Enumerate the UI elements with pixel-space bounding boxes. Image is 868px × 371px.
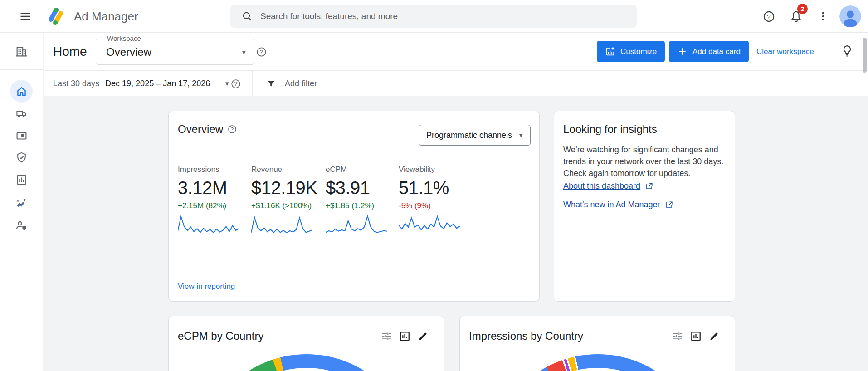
metric-delta: +$1.16K (>100%)	[251, 201, 324, 211]
search-input[interactable]	[260, 11, 605, 21]
avatar-icon	[839, 5, 861, 27]
chevron-down-icon: ▼	[241, 39, 247, 65]
metric-label: Impressions	[178, 165, 250, 175]
channel-selector-dropdown[interactable]: Programmatic channels ▼	[419, 125, 531, 146]
sidebar-item-home[interactable]	[10, 80, 33, 103]
card-actions	[671, 330, 720, 342]
svg-text:?: ?	[231, 127, 234, 132]
svg-text:?: ?	[260, 49, 263, 55]
lightbulb-icon	[840, 44, 854, 58]
impressions-by-country-title: Impressions by Country	[469, 330, 583, 342]
metric-value: 51.1%	[399, 176, 471, 199]
chart-icon	[690, 330, 702, 342]
card-actions	[380, 330, 429, 342]
ecpm-by-country-title: eCPM by Country	[178, 330, 263, 342]
metric-impressions: Impressions 3.12M +2.15M (82%)	[178, 165, 250, 236]
vertical-scrollbar[interactable]	[863, 38, 867, 73]
sidebar-item-protections[interactable]	[10, 146, 33, 169]
hamburger-menu-button[interactable]	[18, 9, 33, 24]
chart-icon	[399, 330, 411, 342]
external-link-icon	[645, 182, 653, 190]
date-range-preset-label: Last 30 days	[53, 79, 99, 88]
impressions-by-country-card: Impressions by Country	[459, 316, 735, 371]
about-this-dashboard-link[interactable]: About this dashboard	[563, 181, 653, 191]
add-filter-label: Add filter	[285, 79, 317, 88]
top-app-bar: Ad Manager ? 2	[0, 0, 868, 33]
view-in-reporting-link[interactable]: View in reporting	[178, 282, 235, 291]
filter-bar: Last 30 days Dec 19, 2025 – Jan 17, 2026…	[44, 70, 868, 96]
customize-button[interactable]: Customize	[597, 41, 665, 62]
filter-funnel-icon	[266, 78, 277, 89]
card-settings-button[interactable]	[380, 330, 393, 342]
chevron-down-icon: ▼	[224, 80, 230, 87]
account-avatar[interactable]	[839, 5, 861, 27]
pencil-icon	[708, 330, 720, 342]
page-title: Home	[53, 33, 87, 70]
svg-text:?: ?	[234, 81, 238, 87]
kebab-menu-icon	[817, 10, 829, 22]
card-settings-button[interactable]	[671, 330, 684, 342]
insights-card-title: Looking for insights	[563, 123, 657, 136]
office-building-icon	[15, 45, 28, 59]
add-data-card-button[interactable]: Add data card	[669, 41, 749, 62]
edit-card-button[interactable]	[416, 330, 429, 342]
sidebar-item-inventory[interactable]	[10, 124, 33, 147]
sidebar-item-reporting[interactable]	[10, 168, 33, 191]
metric-label: Viewability	[399, 165, 471, 175]
sidebar-item-network[interactable]	[10, 40, 33, 63]
metric-value: $3.91	[326, 176, 398, 199]
about-this-dashboard-label: About this dashboard	[563, 181, 640, 191]
add-filter-button[interactable]: Add filter	[266, 71, 317, 97]
help-icon[interactable]: ?	[227, 124, 237, 134]
insights-trend-icon	[15, 197, 28, 210]
tune-sliders-icon	[380, 330, 393, 342]
metric-label: eCPM	[326, 165, 398, 175]
pencil-icon	[417, 330, 429, 342]
ad-manager-app: Ad Manager ? 2	[0, 0, 868, 371]
card-footer-divider	[554, 272, 735, 272]
metric-value: 3.12M	[178, 176, 250, 199]
hamburger-icon	[19, 10, 32, 23]
delivery-truck-icon	[15, 107, 28, 120]
help-icon: ?	[230, 78, 241, 89]
workspace-help-button[interactable]: ?	[256, 46, 267, 58]
help-icon: ?	[256, 46, 267, 58]
insights-card-body: We’re watching for significant changes a…	[563, 144, 727, 179]
impressions-sparkline	[178, 213, 239, 236]
more-options-button[interactable]	[815, 9, 831, 24]
user-shield-icon	[15, 219, 28, 232]
whats-new-link[interactable]: What's new in Ad Manager	[563, 200, 673, 210]
workspace-select[interactable]: Workspace Overview ▼	[96, 39, 254, 65]
ad-manager-logo	[44, 6, 67, 27]
chart-type-button[interactable]	[689, 330, 702, 342]
customize-button-label: Customize	[620, 47, 657, 56]
whats-new-label: What's new in Ad Manager	[563, 200, 660, 210]
ecpm-by-country-card: eCPM by Country	[168, 316, 444, 371]
product-name: Ad Manager	[74, 0, 138, 33]
metric-delta: +2.15M (82%)	[178, 201, 250, 211]
global-search[interactable]	[230, 5, 637, 28]
sidebar-item-insights[interactable]	[10, 192, 33, 215]
svg-text:?: ?	[767, 12, 770, 20]
notification-badge: 2	[797, 4, 808, 14]
sidebar-item-delivery[interactable]	[10, 102, 33, 125]
impressions-by-country-donut	[489, 354, 707, 371]
external-link-icon	[665, 200, 673, 209]
clear-workspace-link[interactable]: Clear workspace	[756, 33, 814, 70]
insight-lightbulb-button[interactable]	[840, 44, 854, 59]
help-button[interactable]: ?	[761, 9, 776, 24]
filter-bar-divider	[252, 71, 253, 96]
shield-check-icon	[15, 151, 28, 164]
revenue-sparkline	[251, 213, 312, 236]
date-range-selector[interactable]: Last 30 days Dec 19, 2025 – Jan 17, 2026…	[53, 71, 230, 97]
overview-card-title: Overview	[178, 123, 223, 136]
chart-type-button[interactable]	[398, 330, 411, 342]
overview-card-footer: View in reporting	[169, 272, 539, 301]
search-icon	[241, 10, 253, 22]
date-range-value: Dec 19, 2025 – Jan 17, 2026	[105, 79, 210, 88]
sidebar-item-admin[interactable]	[10, 214, 33, 237]
insights-card: Looking for insights We’re watching for …	[554, 111, 735, 302]
date-range-help-button[interactable]: ?	[230, 78, 241, 89]
edit-card-button[interactable]	[707, 330, 720, 342]
metric-revenue: Revenue $12.19K +$1.16K (>100%)	[251, 165, 324, 236]
